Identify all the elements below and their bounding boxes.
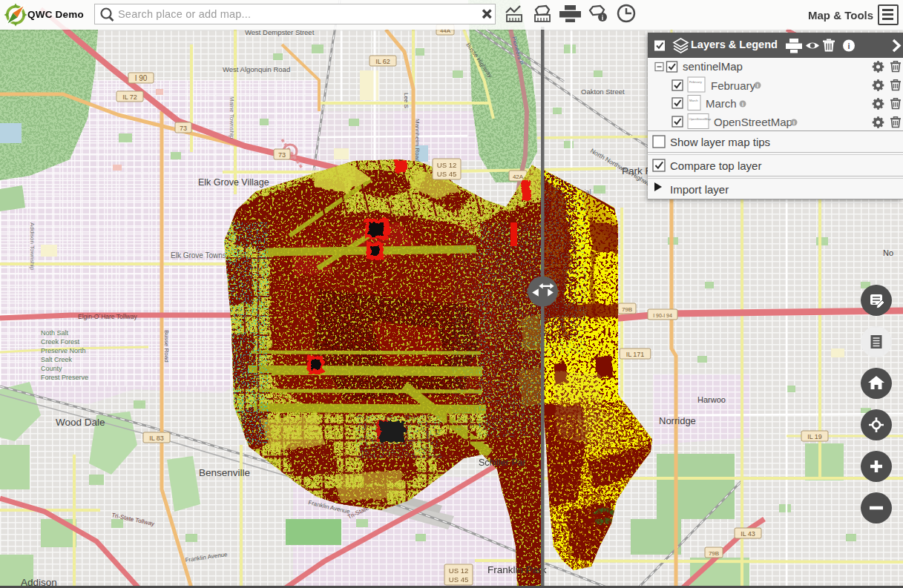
svg-text:West Algonquin Road: West Algonquin Road (223, 65, 290, 73)
svg-text:IL 62: IL 62 (375, 58, 390, 65)
svg-text:42A: 42A (513, 174, 524, 180)
svg-text:sentinelMap: sentinelMap (683, 60, 743, 73)
svg-text:US 12: US 12 (449, 566, 468, 575)
svg-text:Norridge: Norridge (659, 415, 696, 426)
svg-text:73: 73 (278, 151, 286, 159)
svg-text:I 90-I 94: I 90-I 94 (653, 313, 672, 318)
svg-text:79B: 79B (622, 306, 632, 313)
svg-text:Franklin Park: Franklin Park (487, 564, 547, 575)
svg-text:Lee S: Lee S (403, 93, 410, 108)
svg-text:Elk Grove Townshi: Elk Grove Townshi (171, 251, 232, 260)
svg-text:No: No (883, 248, 893, 257)
svg-text:Import layer: Import layer (670, 183, 729, 196)
svg-text:IL 83: IL 83 (149, 435, 164, 442)
svg-text:Bensenville: Bensenville (199, 467, 250, 478)
svg-text:Maine Township: Maine Township (229, 96, 235, 139)
svg-text:Elgin-O´Hare Tollway: Elgin-O´Hare Tollway (78, 313, 137, 320)
svg-text:Forest Preserve: Forest Preserve (41, 374, 88, 381)
svg-text:Wood Dale: Wood Dale (56, 417, 105, 428)
svg-text:Noth Salt: Noth Salt (41, 329, 69, 337)
svg-text:Harwoo: Harwoo (697, 395, 726, 404)
svg-text:IL 171: IL 171 (626, 351, 645, 358)
svg-text:i: i (757, 83, 758, 88)
svg-text:February: February (689, 80, 703, 84)
svg-text:OpenStreetMap: OpenStreetMap (689, 117, 712, 121)
svg-text:Show layer map tips: Show layer map tips (670, 136, 770, 148)
svg-text:Addison Township: Addison Township (29, 222, 36, 271)
svg-text:OpenStreetMap: OpenStreetMap (714, 116, 792, 128)
svg-text:Busse Road: Busse Road (163, 330, 170, 363)
svg-text:IL 72: IL 72 (122, 93, 137, 101)
svg-text:US 12: US 12 (437, 161, 456, 169)
svg-text:March: March (706, 97, 737, 110)
svg-text:IL 43: IL 43 (741, 530, 755, 538)
svg-text:County: County (41, 365, 62, 372)
svg-text:Oakton Street: Oakton Street (581, 87, 625, 96)
svg-text:i: i (602, 14, 604, 22)
svg-text:I 90: I 90 (135, 74, 148, 82)
svg-text:March: March (689, 99, 698, 102)
svg-text:79B: 79B (709, 550, 719, 557)
svg-text:73: 73 (180, 125, 187, 132)
svg-text:Schiller Par: Schiller Par (479, 457, 526, 468)
svg-text:US 45: US 45 (449, 575, 468, 584)
svg-text:Creek Forest: Creek Forest (41, 338, 80, 346)
svg-text:Compare top layer: Compare top layer (670, 159, 761, 172)
svg-text:Elk Grove Village: Elk Grove Village (198, 177, 269, 188)
svg-text:i: i (742, 102, 743, 107)
svg-text:i: i (847, 42, 850, 50)
svg-text:Preserve North: Preserve North (41, 347, 86, 354)
svg-text:IL 19: IL 19 (807, 433, 822, 440)
svg-text:Mannheim Road: Mannheim Road (414, 119, 421, 162)
svg-text:Salt Creek: Salt Creek (41, 356, 73, 363)
svg-text:US 45: US 45 (437, 170, 456, 178)
svg-text:February: February (711, 79, 756, 92)
svg-text:i: i (793, 120, 795, 125)
